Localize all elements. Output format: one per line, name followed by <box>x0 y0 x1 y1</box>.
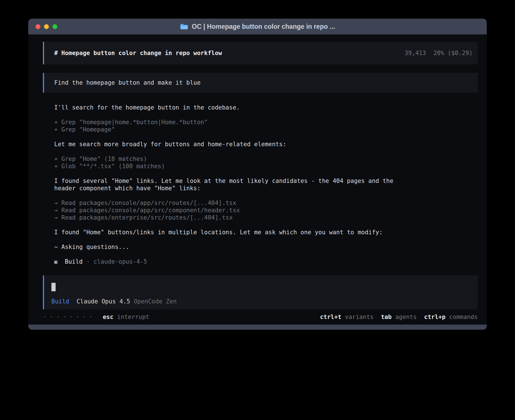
agent-name: Build <box>65 258 82 265</box>
read-tool-line: → Read packages/enterprise/src/routes/[.… <box>54 214 404 221</box>
close-button[interactable] <box>36 24 40 29</box>
agents-shortcut-hint: tab agents <box>381 313 417 321</box>
status-bar-left: ········ esc interrupt <box>43 313 149 321</box>
text-cursor <box>51 283 56 291</box>
activity-status: ~ Asking questions... <box>54 243 404 251</box>
spinner-dots-icon: ········ <box>43 313 95 321</box>
assistant-message: Let me search more broadly for buttons a… <box>54 141 404 148</box>
user-message-text: Find the homepage button and make it blu… <box>54 79 473 86</box>
session-stats: 39,413 20% ($0.29) <box>405 50 473 56</box>
agents-label: agents <box>395 313 417 321</box>
assistant-paragraph: I found several "Home" links. Let me loo… <box>54 177 404 192</box>
zoom-button[interactable] <box>53 24 57 29</box>
variants-key: ctrl+t <box>320 313 341 321</box>
grep-tool-line: ∗ Grep "Homepage" <box>54 126 404 133</box>
commands-shortcut-hint: ctrl+p commands <box>424 313 478 321</box>
token-count: 39,413 <box>405 50 426 56</box>
traffic-lights <box>36 19 57 34</box>
assistant-paragraph: Let me search more broadly for buttons a… <box>54 141 404 148</box>
tool-call-group: ∗ Grep "Home" (18 matches) ∗ Glob "**/*.… <box>54 155 404 170</box>
context-usage: 20% ($0.29) <box>433 50 473 56</box>
variants-label: variants <box>345 313 374 321</box>
transcript: I'll search for the homepage button in t… <box>54 104 404 265</box>
assistant-paragraph: I found "Home" buttons/links in multiple… <box>54 229 404 236</box>
terminal-window: OC | Homepage button color change in rep… <box>28 19 487 330</box>
model-status-line: Build Claude Opus 4.5 OpenCode Zen <box>51 298 473 305</box>
tool-call-group: ∗ Grep "homepage|home.*button|Home.*butt… <box>54 119 404 133</box>
status-bar: ········ esc interrupt ctrl+t variants t… <box>43 313 478 325</box>
commands-key: ctrl+p <box>424 313 446 321</box>
folder-icon <box>180 23 188 30</box>
session-header: # Homepage button color change in repo w… <box>43 42 478 64</box>
window-title: OC | Homepage button color change in rep… <box>192 23 335 30</box>
agent-model-id: claude-opus-4-5 <box>93 258 147 265</box>
commands-label: commands <box>449 313 478 321</box>
status-bar-right: ctrl+t variants tab agents ctrl+p comman… <box>320 313 478 321</box>
user-message: Find the homepage button and make it blu… <box>43 73 478 93</box>
esc-label: interrupt <box>117 313 149 321</box>
titlebar[interactable]: OC | Homepage button color change in rep… <box>28 19 487 34</box>
grep-tool-line: ∗ Grep "homepage|home.*button|Home.*butt… <box>54 119 404 126</box>
agents-key: tab <box>381 313 392 321</box>
terminal-content: # Homepage button color change in repo w… <box>28 34 487 325</box>
prompt-input[interactable]: Build Claude Opus 4.5 OpenCode Zen <box>43 275 478 309</box>
agent-square-icon: ▣ <box>54 258 57 265</box>
session-title: # Homepage button color change in repo w… <box>54 50 222 56</box>
grep-tool-line: ∗ Grep "Home" (18 matches) <box>54 155 404 163</box>
assistant-message: I found several "Home" links. Let me loo… <box>54 177 404 192</box>
agent-status-line: ▣ Build · claude-opus-4-5 <box>54 258 404 265</box>
read-tool-line: → Read packages/console/app/src/componen… <box>54 207 404 214</box>
asking-questions-status: ~ Asking questions... <box>54 243 404 251</box>
assistant-paragraph: I'll search for the homepage button in t… <box>54 104 404 111</box>
agent-mode-label[interactable]: Build <box>51 298 69 305</box>
esc-hint: esc interrupt <box>103 313 149 321</box>
model-name[interactable]: Claude Opus 4.5 <box>77 298 130 305</box>
esc-key: esc <box>103 313 114 321</box>
assistant-message: I'll search for the homepage button in t… <box>54 104 404 111</box>
glob-tool-line: ∗ Glob "**/*.tsx" (100 matches) <box>54 163 404 170</box>
provider-name: OpenCode Zen <box>134 298 177 305</box>
stats-gap <box>426 50 433 56</box>
agent-separator: · <box>86 258 90 265</box>
variants-shortcut-hint: ctrl+t variants <box>320 313 374 321</box>
tool-call-group: → Read packages/console/app/src/routes/[… <box>54 199 404 221</box>
assistant-message: I found "Home" buttons/links in multiple… <box>54 229 404 236</box>
read-tool-line: → Read packages/console/app/src/routes/[… <box>54 199 404 207</box>
minimize-button[interactable] <box>44 24 49 29</box>
window-title-group: OC | Homepage button color change in rep… <box>180 23 335 30</box>
